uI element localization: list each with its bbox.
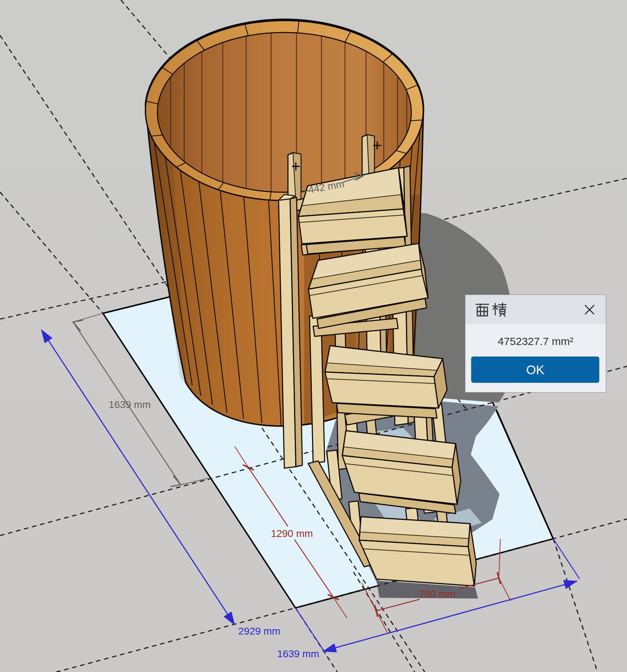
svg-text:2929 mm: 2929 mm (238, 626, 280, 637)
svg-text:1639 mm: 1639 mm (109, 399, 151, 410)
svg-text:1639 mm: 1639 mm (277, 648, 319, 659)
svg-text:1290 mm: 1290 mm (271, 528, 313, 539)
svg-text:780 mm: 780 mm (419, 588, 455, 600)
